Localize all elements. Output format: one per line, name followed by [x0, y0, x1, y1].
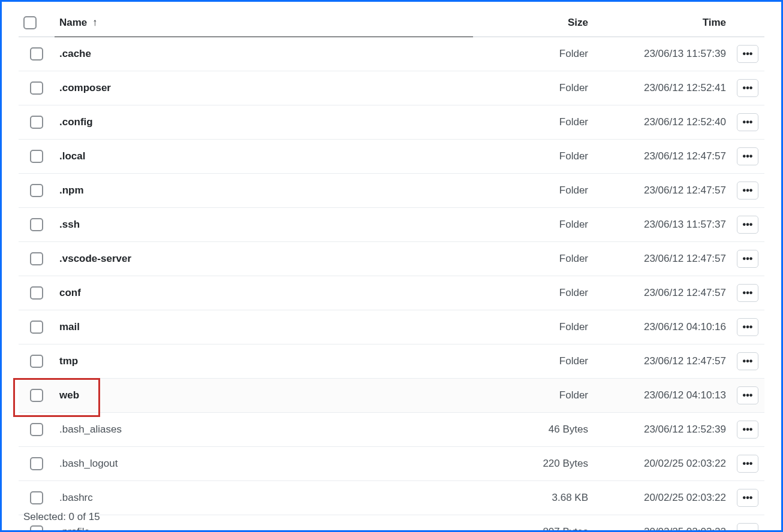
row-checkbox[interactable] [30, 81, 43, 95]
ellipsis-icon: ••• [743, 493, 753, 503]
row-checkbox-cell [19, 413, 55, 447]
row-checkbox[interactable] [30, 457, 43, 470]
folder-name[interactable]: mail [59, 321, 80, 332]
row-checkbox[interactable] [30, 491, 43, 504]
file-name[interactable]: .bash_logout [59, 458, 118, 469]
folder-name[interactable]: .config [59, 116, 93, 128]
row-time: 23/06/12 12:47:57 [593, 174, 731, 208]
row-actions-button[interactable]: ••• [737, 147, 758, 165]
row-actions-cell: ••• [731, 481, 764, 515]
row-size: Folder [473, 379, 593, 413]
row-name-cell: .ssh [55, 208, 473, 242]
row-actions-button[interactable]: ••• [737, 79, 758, 97]
row-actions-cell: ••• [731, 105, 764, 140]
table-row: .cacheFolder23/06/13 11:57:39••• [19, 37, 764, 71]
row-size: Folder [473, 71, 593, 105]
row-actions-button[interactable]: ••• [737, 284, 758, 302]
row-actions-cell: ••• [731, 71, 764, 105]
table-row: .bash_logout220 Bytes20/02/25 02:03:22••… [19, 447, 764, 481]
row-checkbox[interactable] [30, 150, 43, 163]
row-actions-button[interactable]: ••• [737, 216, 758, 234]
row-checkbox-cell [19, 481, 55, 515]
row-name-cell: tmp [55, 344, 473, 379]
row-checkbox[interactable] [30, 525, 43, 532]
row-actions-button[interactable]: ••• [737, 182, 758, 200]
row-time: 23/06/12 12:52:39 [593, 413, 731, 447]
table-row: mailFolder23/06/12 04:10:16••• [19, 310, 764, 344]
row-checkbox-cell [19, 242, 55, 276]
header-actions [731, 10, 764, 37]
row-actions-button[interactable]: ••• [737, 421, 758, 439]
row-checkbox[interactable] [30, 218, 43, 231]
row-checkbox-cell [19, 447, 55, 481]
row-checkbox[interactable] [30, 116, 43, 129]
row-actions-button[interactable]: ••• [737, 352, 758, 370]
file-name[interactable]: .profile [59, 526, 90, 532]
row-actions-cell: ••• [731, 37, 764, 71]
row-checkbox[interactable] [30, 423, 43, 436]
header-time[interactable]: Time [593, 10, 731, 37]
row-actions-button[interactable]: ••• [737, 523, 758, 532]
ellipsis-icon: ••• [743, 527, 753, 532]
row-name-cell: .bash_logout [55, 447, 473, 481]
row-checkbox-cell [19, 344, 55, 379]
header-name[interactable]: Name ↑ [55, 10, 473, 37]
folder-name[interactable]: web [59, 389, 79, 401]
row-time: 23/06/12 12:52:41 [593, 71, 731, 105]
file-name[interactable]: .bashrc [59, 492, 93, 503]
table-row: .bashrc3.68 KB20/02/25 02:03:22••• [19, 481, 764, 515]
row-actions-button[interactable]: ••• [737, 455, 758, 473]
ellipsis-icon: ••• [743, 254, 753, 264]
ellipsis-icon: ••• [743, 49, 753, 59]
row-actions-button[interactable]: ••• [737, 250, 758, 268]
row-time: 23/06/12 12:47:57 [593, 276, 731, 310]
row-checkbox[interactable] [30, 286, 43, 300]
folder-name[interactable]: .local [59, 150, 85, 162]
row-checkbox[interactable] [30, 47, 43, 61]
row-actions-button[interactable]: ••• [737, 489, 758, 507]
ellipsis-icon: ••• [743, 117, 753, 127]
row-checkbox[interactable] [30, 184, 43, 197]
table-row: webFolder23/06/12 04:10:13••• [19, 379, 764, 413]
row-checkbox[interactable] [30, 252, 43, 265]
row-name-cell: mail [55, 310, 473, 344]
folder-name[interactable]: .npm [59, 185, 84, 196]
row-actions-cell: ••• [731, 242, 764, 276]
folder-name[interactable]: tmp [59, 355, 78, 367]
row-size: Folder [473, 344, 593, 379]
row-time: 23/06/12 12:47:57 [593, 242, 731, 276]
row-actions-button[interactable]: ••• [737, 386, 758, 404]
table-row: .sshFolder23/06/13 11:57:37••• [19, 208, 764, 242]
row-size: 46 Bytes [473, 413, 593, 447]
row-time: 23/06/12 12:47:57 [593, 344, 731, 379]
table-row: .bash_aliases46 Bytes23/06/12 12:52:39••… [19, 413, 764, 447]
folder-name[interactable]: conf [59, 287, 81, 298]
folder-name[interactable]: .cache [59, 48, 91, 59]
folder-name[interactable]: .vscode-server [59, 253, 131, 264]
row-time: 20/02/25 02:03:22 [593, 515, 731, 533]
row-checkbox-cell [19, 174, 55, 208]
row-name-cell: web [55, 379, 473, 413]
row-actions-cell: ••• [731, 140, 764, 174]
table-row: .npmFolder23/06/12 12:47:57••• [19, 174, 764, 208]
select-all-checkbox[interactable] [23, 16, 37, 29]
row-actions-button[interactable]: ••• [737, 113, 758, 131]
row-actions-cell: ••• [731, 413, 764, 447]
row-name-cell: .bash_aliases [55, 413, 473, 447]
header-size[interactable]: Size [473, 10, 593, 37]
row-size: 220 Bytes [473, 447, 593, 481]
table-row: tmpFolder23/06/12 12:47:57••• [19, 344, 764, 379]
file-name[interactable]: .bash_aliases [59, 424, 122, 435]
folder-name[interactable]: .composer [59, 82, 111, 93]
row-actions-cell: ••• [731, 208, 764, 242]
row-time: 20/02/25 02:03:22 [593, 481, 731, 515]
row-checkbox[interactable] [30, 355, 43, 368]
row-name-cell: .npm [55, 174, 473, 208]
row-time: 23/06/13 11:57:37 [593, 208, 731, 242]
row-checkbox[interactable] [30, 389, 43, 402]
row-checkbox[interactable] [30, 321, 43, 334]
row-actions-button[interactable]: ••• [737, 45, 758, 63]
table-row: .composerFolder23/06/12 12:52:41••• [19, 71, 764, 105]
folder-name[interactable]: .ssh [59, 219, 80, 230]
row-actions-button[interactable]: ••• [737, 318, 758, 336]
